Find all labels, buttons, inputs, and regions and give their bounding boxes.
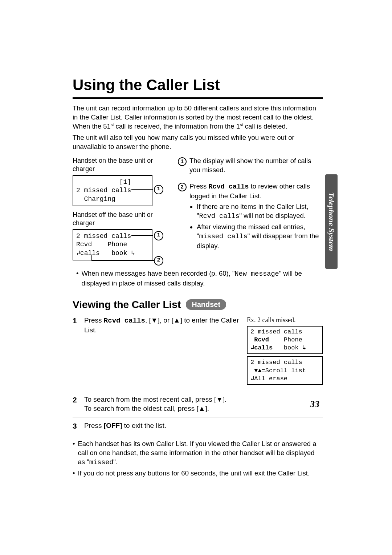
rcvd-calls-key: Rcvd calls bbox=[104, 317, 145, 325]
handset-badge: Handset bbox=[186, 299, 226, 310]
note-text: When new messages have been recorded (p.… bbox=[81, 269, 323, 288]
bullet-icon: • bbox=[76, 269, 78, 288]
callout-2-lead: Press bbox=[189, 182, 208, 190]
diagram-left-column: Handset on the base unit or charger [1] … bbox=[73, 157, 167, 265]
intro-paragraph-2: The unit will also tell you how many cal… bbox=[73, 133, 323, 151]
step-1: 1 Press Rcvd calls, [▼], or [▲] to enter… bbox=[73, 316, 323, 387]
ex2-row1: 2 missed calls bbox=[250, 358, 319, 366]
callout-1b-marker: 1 bbox=[154, 231, 163, 240]
callout-line bbox=[91, 255, 92, 260]
callout-2-body: Press Rcvd calls to review other calls l… bbox=[189, 182, 323, 252]
manual-page: Using the Caller List The unit can recor… bbox=[0, 0, 392, 555]
callout-1-text: The display will show the number of call… bbox=[189, 157, 323, 175]
lcd1-caption: Handset on the base unit or charger bbox=[73, 157, 167, 174]
lcd1-row1: [1] bbox=[76, 178, 149, 186]
callout-1-marker: 1 bbox=[154, 185, 163, 194]
subhead: Viewing the Caller List bbox=[73, 299, 181, 311]
diagram-area: Handset on the base unit or charger [1] … bbox=[73, 157, 323, 265]
callout-2-marker: 2 bbox=[154, 256, 163, 266]
callout-line bbox=[131, 235, 153, 236]
lcd2-row3: ↲calls book ↳ bbox=[76, 249, 149, 258]
new-message-note: • When new messages have been recorded (… bbox=[76, 269, 323, 288]
step-divider bbox=[73, 391, 323, 391]
ex2-row3: ↲All erase bbox=[250, 375, 319, 383]
lcd2-row1: 2 missed calls bbox=[76, 232, 149, 240]
callout-line bbox=[91, 260, 154, 261]
step-2-number: 2 bbox=[73, 395, 79, 413]
callout-2-desc: 2 Press Rcvd calls to review other calls… bbox=[178, 182, 323, 252]
footnote-2-text: If you do not press any buttons for 60 s… bbox=[78, 469, 310, 478]
intro1-text: The unit can record information up to 50… bbox=[73, 104, 316, 130]
callout-1-desc: 1 The display will show the number of ca… bbox=[178, 157, 323, 175]
example-lcd-2: 2 missed calls ▼▲=Scroll list ↲All erase bbox=[247, 356, 323, 385]
lcd1-row2: 2 missed calls bbox=[76, 186, 149, 195]
footnote-2: • If you do not press any buttons for 60… bbox=[73, 469, 323, 478]
step-1-text: Press Rcvd calls, [▼], or [▲] to enter t… bbox=[84, 316, 242, 387]
lcd2-caption: Handset off the base unit or charger bbox=[73, 211, 167, 228]
intro-paragraph-1: The unit can record information up to 50… bbox=[73, 104, 323, 131]
ex1-row3: ↲calls book ↳ bbox=[250, 344, 319, 352]
ex2-row2: ▼▲=Scroll list bbox=[250, 367, 319, 375]
section-tab: Telephone System bbox=[325, 174, 338, 269]
diagram-right-column: 1 The display will show the number of ca… bbox=[178, 157, 323, 265]
bullet-icon: • bbox=[73, 469, 75, 478]
step-divider bbox=[73, 417, 323, 417]
example-label: Ex. 2 calls missed. bbox=[247, 316, 323, 324]
callout-line bbox=[131, 189, 153, 190]
step-3-number: 3 bbox=[73, 421, 79, 431]
footnote-1-text: Each handset has its own Caller List. If… bbox=[78, 439, 323, 467]
callout-1-icon: 1 bbox=[178, 157, 187, 166]
subhead-row: Viewing the Caller List Handset bbox=[73, 299, 323, 311]
bullet-icon: • bbox=[73, 439, 75, 467]
ex1-row2: Rcvd Phone bbox=[250, 336, 319, 344]
step-2-text: To search from the most recent call, pre… bbox=[84, 395, 323, 413]
step-divider bbox=[73, 435, 323, 435]
callout-2-icon: 2 bbox=[178, 183, 187, 191]
step-1-number: 1 bbox=[73, 316, 79, 387]
example-lcd-1: 2 missed calls Rcvd Phone ↲calls book ↳ bbox=[247, 326, 323, 354]
page-title: Using the Caller List bbox=[73, 76, 323, 94]
callout-2-bullet-2: After viewing the missed call entries, "… bbox=[197, 223, 323, 251]
page-number: 33 bbox=[310, 399, 319, 410]
callout-2-bullet-1: If there are no items in the Caller List… bbox=[197, 202, 323, 221]
step-2: 2 To search from the most recent call, p… bbox=[73, 395, 323, 413]
ex1-row1: 2 missed calls bbox=[250, 328, 319, 336]
step-3-text: Press [OFF] to exit the list. bbox=[84, 421, 323, 431]
step-3: 3 Press [OFF] to exit the list. bbox=[73, 421, 323, 431]
example-column: Ex. 2 calls missed. 2 missed calls Rcvd … bbox=[247, 316, 323, 387]
lcd1-row3: Charging bbox=[76, 195, 149, 203]
lcd-screen-2: 2 missed calls Rcvd Phone ↲calls book ↳ … bbox=[73, 229, 152, 260]
footnote-1: • Each handset has its own Caller List. … bbox=[73, 439, 323, 467]
lcd-screen-1: [1] 2 missed calls Charging 1 bbox=[73, 175, 152, 206]
title-rule bbox=[73, 97, 323, 99]
lcd2-row2: Rcvd Phone bbox=[76, 240, 149, 249]
rcvd-calls-key: Rcvd calls bbox=[208, 183, 249, 191]
callout-2-sublist: If there are no items in the Caller List… bbox=[197, 202, 323, 251]
